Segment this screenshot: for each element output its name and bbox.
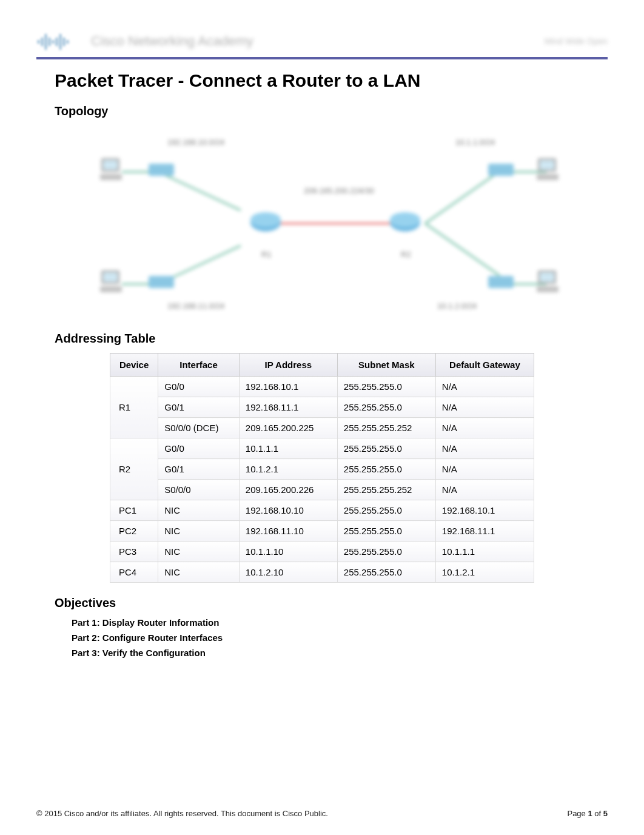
svg-rect-18 [103, 160, 118, 170]
svg-rect-13 [149, 164, 174, 176]
table-cell-device: PC2 [110, 521, 158, 542]
table-header: Subnet Mask [337, 354, 435, 377]
switch-icon [486, 271, 516, 292]
table-row: PC4NIC10.1.2.10255.255.255.010.1.2.1 [110, 562, 534, 583]
table-cell: 192.168.10.1 [239, 377, 337, 397]
footer-page-current: 1 [588, 809, 592, 818]
addressing-table: Device Interface IP Address Subnet Mask … [110, 353, 534, 583]
footer-page-number: Page 1 of 5 [567, 809, 608, 818]
pc-icon [98, 156, 125, 183]
table-row: S0/0/0 (DCE)209.165.200.225255.255.255.2… [110, 418, 534, 438]
objective-item: Part 2: Configure Router Interfaces [72, 632, 608, 643]
table-cell: 255.255.255.0 [337, 562, 435, 583]
topology-label: R2 [401, 250, 411, 259]
table-header: Default Gateway [435, 354, 534, 377]
table-cell-device: PC1 [110, 500, 158, 521]
topology-label: 192.168.10.0/24 [167, 138, 224, 147]
table-cell-device: R1 [110, 377, 158, 438]
table-cell: G0/1 [158, 459, 240, 480]
page-footer: © 2015 Cisco and/or its affiliates. All … [36, 809, 608, 818]
svg-rect-28 [537, 286, 558, 292]
footer-page-prefix: Page [567, 809, 588, 818]
svg-rect-22 [100, 286, 122, 292]
table-row: S0/0/0209.165.200.226255.255.255.252N/A [110, 480, 534, 500]
table-cell: G0/0 [158, 438, 240, 459]
svg-rect-6 [59, 34, 61, 50]
svg-point-10 [250, 212, 281, 227]
pc-icon [98, 268, 125, 295]
svg-rect-2 [45, 34, 47, 50]
table-cell: 192.168.11.1 [435, 521, 534, 542]
svg-rect-1 [41, 38, 43, 46]
table-cell: S0/0/0 [158, 480, 240, 500]
table-cell: 255.255.255.0 [337, 521, 435, 542]
table-cell-device: PC3 [110, 542, 158, 562]
switch-icon [146, 159, 176, 180]
table-cell: NIC [158, 542, 240, 562]
svg-rect-8 [67, 40, 69, 44]
svg-rect-21 [103, 272, 118, 282]
table-cell: 10.1.1.1 [435, 542, 534, 562]
table-cell-device: R2 [110, 438, 158, 500]
table-cell: 10.1.2.1 [435, 562, 534, 583]
table-row: G0/110.1.2.1255.255.255.0N/A [110, 459, 534, 480]
svg-rect-5 [56, 38, 58, 46]
table-cell: 192.168.11.1 [239, 397, 337, 418]
table-cell: N/A [435, 397, 534, 418]
svg-rect-4 [52, 40, 54, 44]
table-row: G0/1192.168.11.1255.255.255.0N/A [110, 397, 534, 418]
topology-label: 10.1.1.0/24 [455, 138, 495, 147]
svg-rect-0 [38, 40, 39, 44]
page-title: Packet Tracer - Connect a Router to a LA… [55, 70, 608, 91]
objective-item: Part 1: Display Router Information [72, 617, 608, 628]
pc-icon [534, 268, 562, 295]
table-cell: NIC [158, 562, 240, 583]
switch-icon [486, 159, 516, 180]
table-cell: 255.255.255.0 [337, 542, 435, 562]
topology-label: 209.165.200.224/30 [304, 186, 374, 195]
table-row: R2G0/010.1.1.1255.255.255.0N/A [110, 438, 534, 459]
table-cell: 192.168.11.10 [239, 521, 337, 542]
table-cell: 255.255.255.252 [337, 418, 435, 438]
table-cell: N/A [435, 459, 534, 480]
table-header: Device [110, 354, 158, 377]
topology-label: 192.168.11.0/24 [167, 301, 224, 310]
table-cell: G0/0 [158, 377, 240, 397]
topology-label: R1 [261, 250, 272, 259]
footer-copyright: © 2015 Cisco and/or its affiliates. All … [36, 809, 328, 818]
table-cell: 255.255.255.0 [337, 377, 435, 397]
table-cell: 255.255.255.0 [337, 438, 435, 459]
switch-icon [146, 271, 176, 292]
table-cell: 255.255.255.0 [337, 459, 435, 480]
pc-icon [534, 156, 562, 183]
table-cell: N/A [435, 438, 534, 459]
table-cell: 255.255.255.0 [337, 500, 435, 521]
table-cell: 10.1.1.1 [239, 438, 337, 459]
table-cell: N/A [435, 377, 534, 397]
svg-rect-7 [63, 38, 65, 46]
topology-diagram: 192.168.10.0/24 192.168.11.0/24 209.165.… [86, 126, 558, 320]
section-objectives-heading: Objectives [55, 596, 608, 610]
footer-page-of: of [592, 809, 603, 818]
svg-rect-3 [49, 38, 50, 46]
table-cell: 10.1.1.10 [239, 542, 337, 562]
svg-rect-27 [540, 272, 554, 282]
table-cell: S0/0/0 (DCE) [158, 418, 240, 438]
cisco-logo-icon [36, 29, 79, 53]
header-left: Cisco Networking Academy [36, 29, 253, 53]
table-cell: 192.168.10.1 [435, 500, 534, 521]
table-header: IP Address [239, 354, 337, 377]
page-header: Cisco Networking Academy Mind Wide Open [36, 24, 608, 59]
svg-point-12 [390, 212, 420, 227]
header-tagline: Mind Wide Open [545, 36, 608, 46]
topology-label: 10.1.2.0/24 [437, 301, 477, 310]
svg-rect-24 [540, 160, 554, 170]
svg-rect-16 [488, 276, 514, 288]
table-row: R1G0/0192.168.10.1255.255.255.0N/A [110, 377, 534, 397]
section-topology-heading: Topology [55, 104, 608, 118]
table-header: Interface [158, 354, 240, 377]
table-row: PC2NIC192.168.11.10255.255.255.0192.168.… [110, 521, 534, 542]
table-cell: N/A [435, 418, 534, 438]
table-row: PC1NIC192.168.10.10255.255.255.0192.168.… [110, 500, 534, 521]
table-cell-device: PC4 [110, 562, 158, 583]
